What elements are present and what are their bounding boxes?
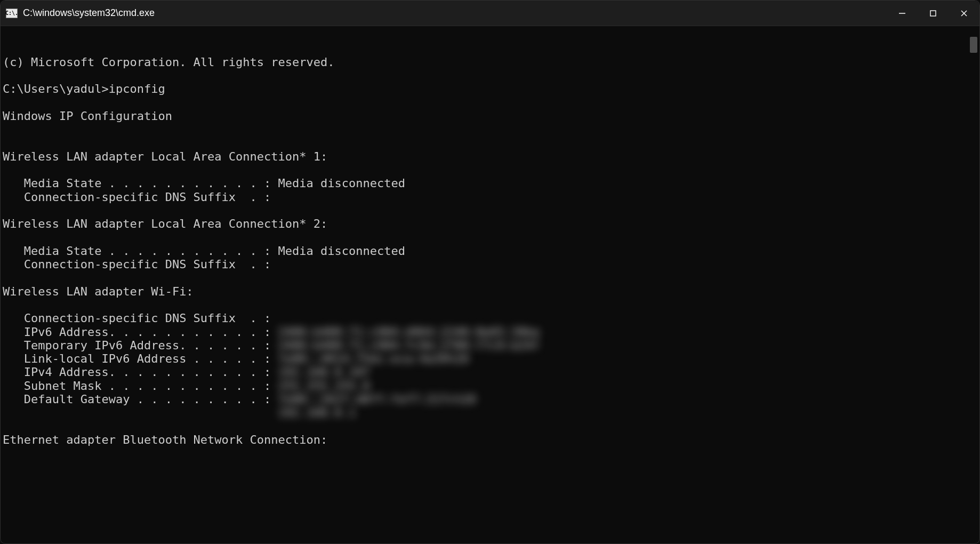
adapter-property: 192.168.0.1 xyxy=(3,406,975,419)
copyright-line: (c) Microsoft Corporation. All rights re… xyxy=(3,55,975,69)
adapter-property: Connection-specific DNS Suffix . : xyxy=(3,190,975,204)
terminal-line xyxy=(3,230,975,244)
window-controls xyxy=(887,1,979,26)
cmd-icon: C:\. xyxy=(6,9,18,18)
cmd-window: C:\. C:\windows\system32\cmd.exe xyxy=(0,0,980,544)
terminal-line xyxy=(3,298,975,311)
adapter-property: Temporary IPv6 Address. . . . . . : 2406… xyxy=(3,339,975,352)
adapter-header: Wireless LAN adapter Local Area Connecti… xyxy=(3,217,975,230)
adapter-header: Ethernet adapter Bluetooth Network Conne… xyxy=(3,433,975,446)
redacted-value: 192.168.0.1 xyxy=(278,406,356,419)
terminal-line xyxy=(3,69,975,82)
adapter-property: IPv6 Address. . . . . . . . . . . : 2406… xyxy=(3,325,975,339)
prompt-line: C:\Users\yadul>ipconfig xyxy=(3,82,975,95)
window-title: C:\windows\system32\cmd.exe xyxy=(23,7,155,19)
maximize-button[interactable] xyxy=(918,1,949,26)
terminal-line xyxy=(3,123,975,136)
redacted-value: fe80::4014:75dc:eca:4a39%10 xyxy=(278,352,469,365)
scrollbar-thumb[interactable] xyxy=(970,37,977,53)
adapter-property: Media State . . . . . . . . . . . : Medi… xyxy=(3,244,975,258)
close-icon xyxy=(960,10,968,17)
redacted-value: 2406:b400:71:c984:d964:2240:8e65:39ba xyxy=(278,325,540,339)
terminal-line xyxy=(3,136,975,149)
terminal-output[interactable]: (c) Microsoft Corporation. All rights re… xyxy=(1,26,979,543)
redacted-value: 2406:b400:71:c984:fc9d:2f80:f7c9:b24f xyxy=(278,339,540,352)
scrollbar-track[interactable] xyxy=(970,30,977,539)
redacted-value: 192.168.0.107 xyxy=(278,365,370,379)
titlebar[interactable]: C:\. C:\windows\system32\cmd.exe xyxy=(1,1,979,26)
terminal-line xyxy=(3,95,975,109)
adapter-property: IPv4 Address. . . . . . . . . . . : 192.… xyxy=(3,365,975,379)
ipconfig-heading: Windows IP Configuration xyxy=(3,109,975,123)
adapter-property: Link-local IPv6 Address . . . . . : fe80… xyxy=(3,352,975,365)
adapter-header: Wireless LAN adapter Local Area Connecti… xyxy=(3,150,975,163)
close-button[interactable] xyxy=(949,1,979,26)
minimize-button[interactable] xyxy=(887,1,918,26)
maximize-icon xyxy=(929,10,937,17)
terminal-line xyxy=(3,163,975,177)
adapter-header: Wireless LAN adapter Wi-Fi: xyxy=(3,285,975,298)
redacted-value: 255.255.255.0 xyxy=(278,379,370,393)
adapter-property: Subnet Mask . . . . . . . . . . . : 255.… xyxy=(3,379,975,393)
terminal-line xyxy=(3,271,975,284)
adapter-property: Media State . . . . . . . . . . . : Medi… xyxy=(3,177,975,190)
adapter-property: Connection-specific DNS Suffix . : xyxy=(3,258,975,271)
minimize-icon xyxy=(898,10,906,17)
svg-rect-1 xyxy=(930,11,936,16)
adapter-property: Default Gateway . . . . . . . . . : fe80… xyxy=(3,393,975,406)
adapter-property: Connection-specific DNS Suffix . : xyxy=(3,311,975,325)
terminal-line xyxy=(3,420,975,433)
terminal-line xyxy=(3,204,975,217)
title-left: C:\. C:\windows\system32\cmd.exe xyxy=(6,7,155,19)
redacted-value: fe80::262f:d0ff:fef7:217c%10 xyxy=(278,393,476,406)
